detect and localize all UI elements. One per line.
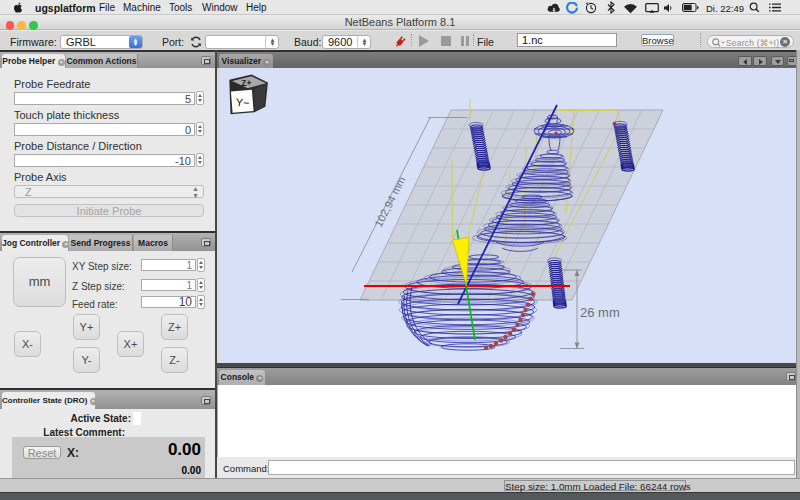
svg-text:26 mm: 26 mm [580, 305, 620, 320]
svg-text:Y−: Y− [235, 96, 250, 109]
svg-text:Z+: Z+ [241, 77, 252, 88]
